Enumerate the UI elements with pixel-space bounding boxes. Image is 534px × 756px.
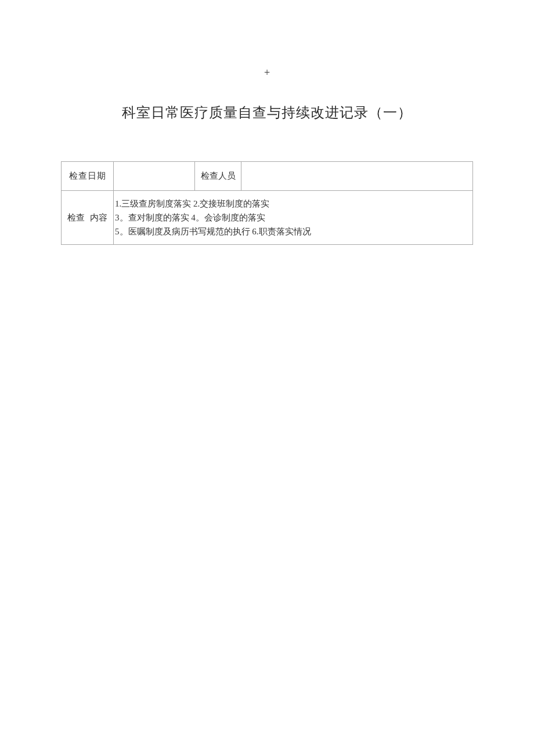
content-line: 1.三级查房制度落实 2.交接班制度的落实 [115,197,471,211]
table-row: 检查 内容 1.三级查房制度落实 2.交接班制度的落实 3。查对制度的落实 4。… [62,191,473,245]
date-label: 检查日期 [62,162,114,191]
content-cell: 1.三级查房制度落实 2.交接班制度的落实 3。查对制度的落实 4。会诊制度的落… [114,191,473,245]
page-marker: + [0,0,534,79]
inspector-value [241,162,473,191]
table-row: 检查日期 检查人员 [62,162,473,191]
document-title: 科室日常医疗质量自查与持续改进记录（一） [0,103,534,122]
content-line: 3。查对制度的落实 4。会诊制度的落实 [115,211,471,225]
inspector-label: 检查人员 [195,162,241,191]
content-line: 5。医嘱制度及病历书写规范的执行 6.职责落实情况 [115,225,471,238]
date-value [114,162,195,191]
form-table: 检查日期 检查人员 检查 内容 1.三级查房制度落实 2.交接班制度的落实 3。… [61,161,473,245]
content-label: 检查 内容 [62,191,114,245]
